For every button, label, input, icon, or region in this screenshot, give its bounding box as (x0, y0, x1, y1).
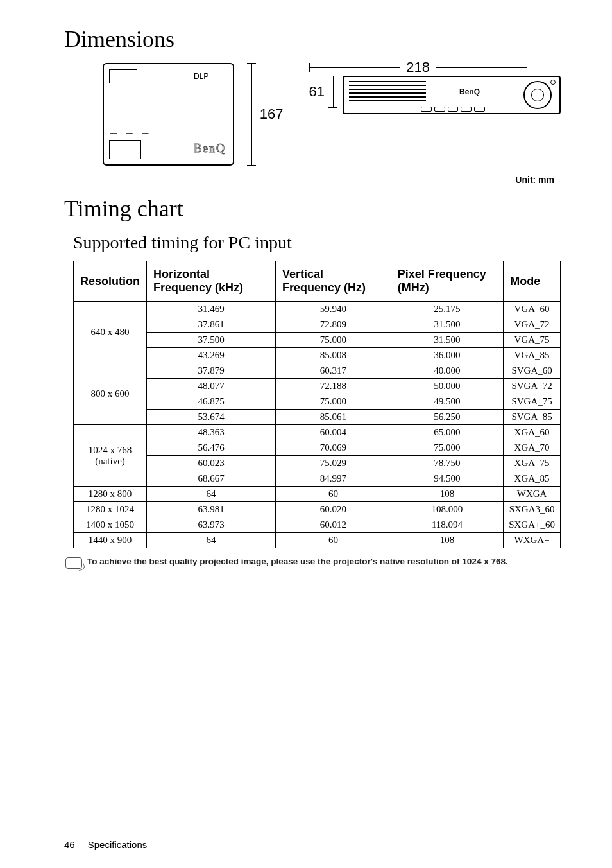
cell-resolution: 800 x 600 (74, 363, 147, 425)
cell: 40.000 (391, 363, 503, 379)
cell: 37.879 (147, 363, 276, 379)
cell: SVGA_60 (504, 363, 561, 379)
cell: 108 (391, 487, 503, 502)
cell-resolution: 640 x 480 (74, 302, 147, 363)
indicator-dashes: — — — (110, 129, 153, 136)
section-name: Specifications (88, 839, 148, 850)
cell: 75.029 (276, 456, 391, 471)
cell-resolution: 1024 x 768(native) (74, 425, 147, 487)
cell: 94.500 (391, 471, 503, 487)
table-row: 1400 x 105063.97360.012118.094SXGA+_60 (74, 517, 561, 533)
cell: 59.940 (276, 302, 391, 317)
cell: 108.000 (391, 502, 503, 517)
cell: 78.750 (391, 456, 503, 471)
cell: 70.069 (276, 440, 391, 456)
cell: 60 (276, 487, 391, 502)
table-header-row: Resolution Horizontal Frequency (kHz) Ve… (74, 261, 561, 302)
projector-front-view: BenQ (343, 76, 561, 114)
cell: 53.674 (147, 410, 276, 425)
cell: SVGA_85 (504, 410, 561, 425)
table-row: 1280 x 8006460108WXGA (74, 487, 561, 502)
vent-icon (109, 69, 137, 83)
cell: 118.094 (391, 517, 503, 533)
table-row: 43.26985.00836.000VGA_85 (74, 348, 561, 363)
cell: 60.317 (276, 363, 391, 379)
heading-timing-chart: Timing chart (64, 195, 561, 222)
table-row: 53.67485.06156.250SVGA_85 (74, 410, 561, 425)
heading-supported-timing: Supported timing for PC input (73, 232, 561, 253)
cell: 48.363 (147, 425, 276, 440)
note-text: To achieve the best quality projected im… (87, 556, 508, 568)
cell: 65.000 (391, 425, 503, 440)
table-row: 800 x 60037.87960.31740.000SVGA_60 (74, 363, 561, 379)
brand-text: BenQ (194, 142, 226, 155)
cell: SVGA_75 (504, 394, 561, 410)
ir-dot-icon (550, 80, 556, 85)
keypad-icon (109, 140, 141, 159)
front-tabs (421, 107, 485, 112)
th-pfreq: Pixel Frequency (MHz) (391, 261, 503, 302)
cell: 75.000 (276, 394, 391, 410)
cell: VGA_72 (504, 317, 561, 333)
table-row: 56.47670.06975.000XGA_70 (74, 440, 561, 456)
table-row: 1280 x 102463.98160.020108.000SXGA3_60 (74, 502, 561, 517)
unit-label: Unit: mm (64, 175, 554, 185)
cell: 37.500 (147, 333, 276, 348)
timing-table: Resolution Horizontal Frequency (kHz) Ve… (73, 261, 561, 548)
cell-resolution: 1400 x 1050 (74, 517, 147, 533)
cell: 85.061 (276, 410, 391, 425)
cell: XGA_75 (504, 456, 561, 471)
note-icon (65, 557, 82, 569)
cell: 31.500 (391, 317, 503, 333)
th-hfreq: Horizontal Frequency (kHz) (147, 261, 276, 302)
cell: 49.500 (391, 394, 503, 410)
projector-top-view: DLP — — — BenQ (103, 63, 234, 166)
cell: 64 (147, 487, 276, 502)
cell: 75.000 (391, 440, 503, 456)
cell: 60.004 (276, 425, 391, 440)
dimensions-figure: DLP — — — BenQ 167 218 61 BenQ (103, 63, 561, 166)
dimension-218: 218 (309, 63, 527, 72)
th-resolution: Resolution (74, 261, 147, 302)
cell: XGA_85 (504, 471, 561, 487)
page-footer: 46 Specifications (64, 839, 147, 850)
table-row: 1024 x 768(native)48.36360.00465.000XGA_… (74, 425, 561, 440)
cell: 72.188 (276, 379, 391, 394)
label-167: 167 (260, 106, 284, 123)
cell-resolution: 1280 x 800 (74, 487, 147, 502)
table-row: 37.86172.80931.500VGA_72 (74, 317, 561, 333)
lens-icon (523, 81, 552, 109)
cell: 46.875 (147, 394, 276, 410)
cell: VGA_60 (504, 302, 561, 317)
table-row: 46.87575.00049.500SVGA_75 (74, 394, 561, 410)
cell: 60.023 (147, 456, 276, 471)
cell: 37.861 (147, 317, 276, 333)
cell: 56.476 (147, 440, 276, 456)
cell: 72.809 (276, 317, 391, 333)
page-number: 46 (64, 839, 75, 850)
cell: XGA_70 (504, 440, 561, 456)
cell: 63.981 (147, 502, 276, 517)
front-dimensions: 218 61 BenQ (309, 63, 561, 114)
cell: 50.000 (391, 379, 503, 394)
cell: 64 (147, 533, 276, 548)
cell: 48.077 (147, 379, 276, 394)
cell: 75.000 (276, 333, 391, 348)
front-brand-text: BenQ (459, 87, 480, 96)
label-218: 218 (400, 59, 436, 76)
cell: 56.250 (391, 410, 503, 425)
heading-dimensions: Dimensions (64, 26, 561, 53)
th-mode: Mode (504, 261, 561, 302)
front-vents-icon (349, 81, 426, 104)
cell: 36.000 (391, 348, 503, 363)
cell: 43.269 (147, 348, 276, 363)
cell: 31.469 (147, 302, 276, 317)
cell: 85.008 (276, 348, 391, 363)
th-vfreq: Vertical Frequency (Hz) (276, 261, 391, 302)
cell: 31.500 (391, 333, 503, 348)
cell-resolution: 1280 x 1024 (74, 502, 147, 517)
table-row: 68.66784.99794.500XGA_85 (74, 471, 561, 487)
cell: WXGA (504, 487, 561, 502)
cell: 68.667 (147, 471, 276, 487)
cell: 84.997 (276, 471, 391, 487)
